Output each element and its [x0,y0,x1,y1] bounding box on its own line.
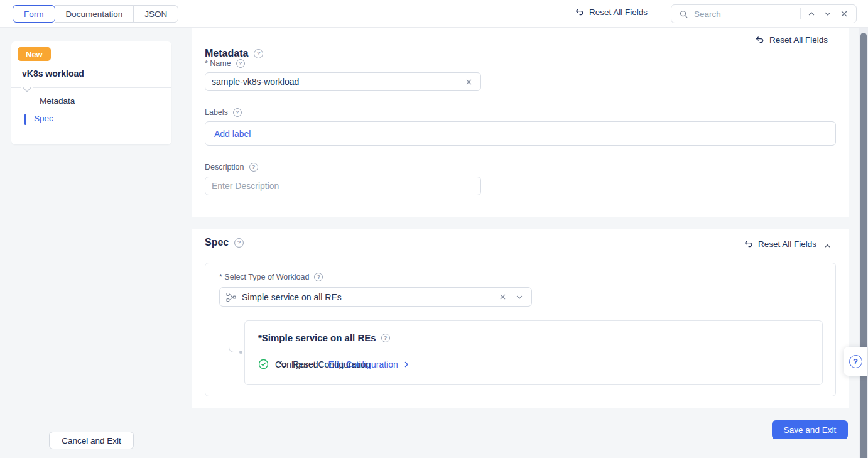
description-input-wrap [205,177,481,195]
workload-type-label: * Select Type of Workload ? [219,273,323,281]
metadata-section-header: Metadata ? [205,30,263,59]
workload-chevron-down-icon[interactable] [514,292,525,303]
reset-configuration-label: Reset Configuration [293,359,371,369]
undo-icon [744,239,753,249]
cancel-and-exit-button[interactable]: Cancel and Exit [49,432,134,449]
tree-connector [229,307,241,352]
scrollbar-thumb[interactable] [860,33,867,458]
help-fab-button[interactable]: ? [844,347,867,376]
spec-section-header: Spec ? [205,237,244,248]
search-box [671,4,857,23]
name-input[interactable] [212,77,458,87]
spec-title: Spec [205,237,229,248]
sidebar-item-metadata[interactable]: Metadata [40,96,75,106]
search-icon [678,8,689,19]
name-help-icon[interactable]: ? [236,59,245,68]
name-input-wrap [205,72,481,91]
active-nav-indicator [24,114,26,125]
workload-icon [226,292,236,302]
workload-type-label-text: * Select Type of Workload [219,273,309,281]
workload-config-header: *Simple service on all REs ? [258,332,390,343]
collapse-notch-icon[interactable] [21,87,33,94]
reset-all-fields-top-button[interactable]: Reset All Fields [575,8,648,17]
spec-reset-all-fields-button[interactable]: Reset All Fields [744,239,816,249]
page: Form Documentation JSON Reset All Fields [0,0,868,458]
undo-icon [278,359,288,369]
metadata-section: Metadata ? Reset All Fields * Name ? Lab… [192,28,849,217]
search-close-icon[interactable] [838,8,850,19]
workload-config-help-icon[interactable]: ? [381,334,390,342]
spec-section: Spec ? Reset All Fields * Select Type of… [192,229,849,408]
top-toolbar: Form Documentation JSON Reset All Fields [0,0,868,28]
metadata-help-icon[interactable]: ? [254,49,263,58]
undo-icon [575,8,584,17]
labels-label-text: Labels [205,108,228,117]
undo-icon [755,35,764,45]
spec-collapse-chevron-up-icon[interactable] [822,240,833,251]
workload-type-select[interactable]: Simple service on all REs [219,287,532,307]
sidebar-item-spec[interactable]: Spec [34,114,53,123]
object-title: vK8s workload [22,68,84,79]
reset-all-fields-label: Reset All Fields [769,35,828,45]
search-next-chevron-down-icon[interactable] [822,8,833,19]
form-nav-card: New vK8s workload Metadata Spec [11,41,171,144]
reset-configuration-button[interactable]: Reset Configuration [278,359,371,369]
reset-all-fields-label: Reset All Fields [589,8,648,17]
metadata-reset-all-fields-button[interactable]: Reset All Fields [755,35,828,45]
chevron-right-icon [403,361,410,368]
workload-config-card: *Simple service on all REs ? Configured … [244,320,823,385]
description-label-text: Description [205,163,244,172]
tab-json[interactable]: JSON [133,5,178,23]
name-label-text: * Name [205,59,231,68]
workload-type-value: Simple service on all REs [242,292,491,302]
description-help-icon[interactable]: ? [249,163,258,172]
name-field-label: * Name ? [205,59,245,68]
search-input[interactable] [694,9,795,19]
labels-help-icon[interactable]: ? [233,108,242,117]
labels-field-label: Labels ? [205,108,242,117]
add-label-link[interactable]: Add label [214,129,251,139]
tab-form[interactable]: Form [13,5,55,23]
view-mode-tabs: Form Documentation JSON [13,5,178,23]
new-badge: New [18,47,51,61]
configured-check-icon [258,359,269,369]
workload-type-help-icon[interactable]: ? [314,273,323,281]
nav-divider [11,87,171,88]
save-and-exit-button[interactable]: Save and Exit [772,420,848,439]
search-prev-chevron-up-icon[interactable] [806,8,817,19]
workload-clear-icon[interactable] [497,292,508,303]
tab-documentation[interactable]: Documentation [55,5,134,23]
description-field-label: Description ? [205,163,258,172]
metadata-title: Metadata [205,30,248,59]
search-divider [800,8,801,19]
spec-fields-box: * Select Type of Workload ? Simple servi… [205,263,836,396]
labels-box: Add label [205,121,836,146]
workload-config-status-row: Configured Edit Configuration [258,359,410,369]
spec-help-icon[interactable]: ? [234,238,244,248]
name-clear-icon[interactable] [463,76,474,87]
reset-all-fields-label: Reset All Fields [758,239,816,249]
workload-config-title: *Simple service on all REs [258,332,376,343]
description-input[interactable] [212,181,474,191]
help-question-icon: ? [849,355,862,368]
